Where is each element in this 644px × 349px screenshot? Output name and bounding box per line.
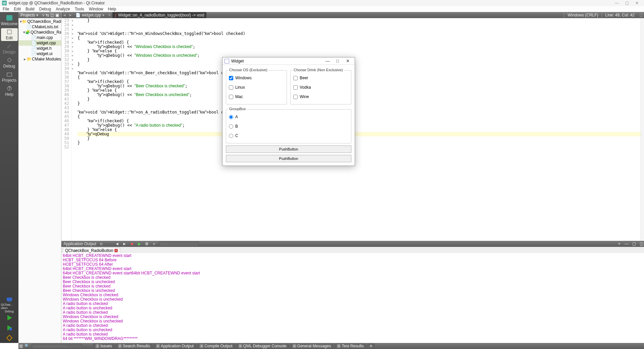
close-pane-icon[interactable]: ◫ xyxy=(639,242,644,246)
cursor-position: Line: 49, Col: 42 xyxy=(602,13,638,17)
bug-icon xyxy=(6,57,13,63)
widget-titlebar[interactable]: Widget — □ ✕ xyxy=(222,57,355,65)
add-pane-icon[interactable]: + xyxy=(616,242,622,246)
debug-run-button[interactable] xyxy=(3,323,16,333)
run-button[interactable] xyxy=(3,313,16,323)
fold-column[interactable]: ▾ ▾ ▾ ▾ ▾ ▾ ▾ ▾ ▾ ▾ ▾ ▾ xyxy=(71,18,76,241)
widget-window: Widget — □ ✕ Choose OS (Exclusive) Windo… xyxy=(222,57,355,166)
output-filter-input[interactable] xyxy=(159,242,199,246)
output-tab[interactable]: QChaeckBox_RadioButton× xyxy=(63,248,120,253)
radio-c[interactable]: C xyxy=(229,131,348,140)
code-content[interactable]: } "kw">void "cls">Widget::"fn">on_Window… xyxy=(76,18,641,241)
menu-debug[interactable]: Debug xyxy=(39,7,51,11)
tab-app-output[interactable]: 3Application Output xyxy=(154,344,196,348)
menu-edit[interactable]: Edit xyxy=(14,7,21,11)
kit-selector[interactable]: QChae…utton Debug xyxy=(1,299,18,311)
cpp-icon: 📄 xyxy=(31,41,36,45)
maximize-pane-icon[interactable]: ▢ xyxy=(631,242,637,246)
svg-rect-3 xyxy=(7,73,12,76)
stop-button[interactable]: ■ xyxy=(129,242,135,246)
tab-general-messages[interactable]: 6General Messages xyxy=(290,344,334,348)
pushbutton-2[interactable]: PushButton xyxy=(226,155,351,162)
pushbutton-1[interactable]: PushButton xyxy=(226,145,351,153)
close-icon[interactable]: × xyxy=(114,249,118,252)
encoding-status[interactable]: Windows (CRLF) xyxy=(564,13,601,17)
project-tree: ▾📁QChaeckBox_RadioBo 📄CMakeLists.txt ▾🧩Q… xyxy=(18,18,61,343)
minimize-pane-icon[interactable]: — xyxy=(624,242,629,246)
mode-edit[interactable]: Edit xyxy=(1,28,18,41)
svg-point-2 xyxy=(8,58,11,62)
output-header: Application Output ⎋ ◄ ► ■ ▶ ⚙ ▿ + — ▢ ◫ xyxy=(61,241,644,247)
menu-build[interactable]: Build xyxy=(26,7,35,11)
checkbox-wine[interactable]: Wine xyxy=(293,92,348,101)
output-title: Application Output xyxy=(63,242,96,246)
checkbox-vodka[interactable]: Vodka xyxy=(293,83,348,92)
radio-b[interactable]: B xyxy=(229,122,348,131)
filter-icon[interactable]: ▿ xyxy=(151,242,157,246)
output-text[interactable]: 64bit HCBT_CREATEWND event start HCBT_SE… xyxy=(61,253,644,343)
groupbox-radio: GroupBox A B C xyxy=(226,109,351,143)
menu-help[interactable]: Help xyxy=(108,7,116,11)
menu-file[interactable]: File xyxy=(3,7,9,11)
close-button[interactable]: ✕ xyxy=(632,1,642,5)
checkbox-mac[interactable]: Mac xyxy=(229,92,284,101)
checkbox-beer[interactable]: Beer xyxy=(293,73,348,83)
maximize-button[interactable]: ▢ xyxy=(622,1,632,5)
split-icon[interactable]: ◫ xyxy=(50,13,54,17)
window-title: widget.cpp @ QChaeckBox_RadioButton - Qt… xyxy=(9,1,105,5)
tree-root[interactable]: ▾📁QChaeckBox_RadioBo xyxy=(18,19,61,24)
tab-test-results[interactable]: 8Test Results xyxy=(335,344,366,348)
locator-input[interactable] xyxy=(32,344,82,348)
menu-tools[interactable]: Tools xyxy=(75,7,84,11)
tab-compile-output[interactable]: 4Compile Output xyxy=(197,344,235,348)
attach-icon[interactable]: ⎋ xyxy=(98,242,104,246)
sync-icon[interactable]: ⇆ xyxy=(46,13,49,17)
groupbox-os: Choose OS (Exclusive) Windows Linux Mac xyxy=(226,70,287,104)
radio-a[interactable]: A xyxy=(229,112,348,122)
filter-icon[interactable]: ▿ xyxy=(42,13,44,17)
menubar: File Edit Build Debug Analyze Tools Wind… xyxy=(0,6,644,12)
tree-cmake-modules[interactable]: ▸📁CMake Modules xyxy=(18,56,61,62)
tab-issues[interactable]: 1Issues xyxy=(93,344,114,348)
tab-qml-console[interactable]: 5QML Debugger Console xyxy=(236,344,289,348)
mode-help[interactable]: ? Help xyxy=(1,85,18,97)
tree-cmakelists[interactable]: 📄CMakeLists.txt xyxy=(18,24,61,30)
more-panes-button[interactable]: ≡ xyxy=(367,344,375,348)
maximize-button[interactable]: □ xyxy=(333,58,343,63)
sidebar-toggle-icon[interactable]: ▥ xyxy=(18,344,23,348)
collapse-icon[interactable]: ▣ xyxy=(55,13,59,17)
checkbox-windows[interactable]: Windows xyxy=(229,73,284,83)
menu-analyze[interactable]: Analyze xyxy=(56,7,70,11)
close-doc-button[interactable]: ✕ xyxy=(106,13,112,17)
checkbox-linux[interactable]: Linux xyxy=(229,83,284,92)
build-button[interactable] xyxy=(3,333,16,343)
rerun-button[interactable]: ▶ xyxy=(137,242,142,246)
design-icon xyxy=(6,43,13,49)
settings-icon[interactable]: ⚙ xyxy=(144,242,149,246)
tree-file-widget-h[interactable]: 📄widget.h xyxy=(18,46,61,51)
file-crumb[interactable]: 📄widget.cpp▾ xyxy=(73,13,106,17)
symbol-crumb[interactable]: ƒWidget::on_A_radioButton_toggled(bool) … xyxy=(112,12,206,18)
nav-back-button[interactable]: ◄ xyxy=(61,13,67,17)
tree-file-widget-ui[interactable]: 📄widget.ui xyxy=(18,51,61,56)
project-pane-header: Projects ▾ ▿ ⇆ ◫ ▣ xyxy=(18,12,61,18)
tree-file-main[interactable]: 📄main.cpp xyxy=(18,35,61,40)
next-icon[interactable]: ► xyxy=(122,242,127,246)
menu-window[interactable]: Window xyxy=(89,7,103,11)
scroll-minimap[interactable] xyxy=(641,18,644,241)
prev-icon[interactable]: ◄ xyxy=(114,242,120,246)
mode-welcome[interactable]: Welcome xyxy=(1,14,18,27)
chevron-down-icon[interactable]: ▾ xyxy=(36,13,38,17)
mode-projects[interactable]: Projects xyxy=(1,71,18,83)
minimize-button[interactable]: — xyxy=(612,1,622,5)
close-button[interactable]: ✕ xyxy=(343,58,353,63)
tree-file-widget-cpp[interactable]: 📄widget.cpp xyxy=(18,40,61,46)
mode-debug[interactable]: Debug xyxy=(1,56,18,69)
svg-rect-1 xyxy=(7,30,11,34)
nav-fwd-button[interactable]: ► xyxy=(67,13,73,17)
minimize-button[interactable]: — xyxy=(323,58,333,63)
split-editor-button[interactable]: ◫ xyxy=(638,13,644,17)
tree-subproject[interactable]: ▾🧩QChaeckBox_Radio xyxy=(18,30,61,35)
tab-search-results[interactable]: 2Search Results xyxy=(116,344,152,348)
mode-design[interactable]: Design xyxy=(1,42,18,55)
